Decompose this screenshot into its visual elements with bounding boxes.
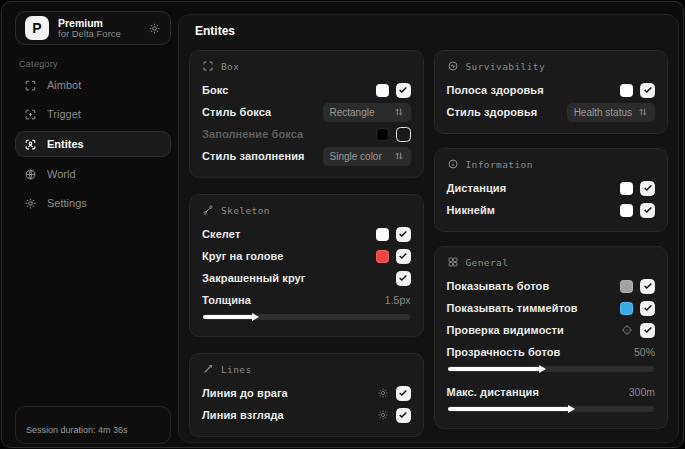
color-swatch[interactable]: [620, 182, 633, 195]
box-icon: [202, 60, 214, 72]
slider-thumb[interactable]: [252, 313, 259, 321]
setting-label: Стиль бокса: [202, 106, 271, 118]
setting-row: Показывать ботов: [447, 275, 656, 297]
checkbox[interactable]: [396, 408, 411, 423]
max-distance-slider[interactable]: [448, 406, 655, 412]
color-swatch[interactable]: [620, 204, 633, 217]
visibility-scope-icon[interactable]: [621, 324, 633, 336]
sidebar-nav: Aimbot Trigget Entites: [15, 73, 171, 220]
panel-title: Survivability: [466, 61, 546, 72]
setting-label: Показывать тиммейтов: [447, 302, 578, 314]
setting-label: Толщина: [202, 294, 251, 306]
setting-label: Бокс: [202, 84, 229, 96]
line-settings-gear-icon[interactable]: [377, 387, 389, 399]
sidebar-item-label: Settings: [47, 197, 87, 209]
setting-label: Линия до врага: [202, 387, 288, 399]
slider-value: 300m: [629, 386, 655, 398]
setting-row: Бокс: [202, 79, 411, 101]
setting-label: Дистанция: [447, 182, 507, 194]
panel-title: Lines: [221, 364, 252, 375]
panel-general: General Показывать ботов Показывать тимм…: [434, 246, 669, 429]
aimbot-icon: [24, 79, 37, 92]
checkbox[interactable]: [396, 386, 411, 401]
sidebar-item-label: Aimbot: [47, 79, 81, 91]
checkbox[interactable]: [396, 227, 411, 242]
fill-style-dropdown[interactable]: Single color: [323, 147, 411, 166]
setting-row: Линия до врага: [202, 382, 411, 404]
world-icon: [24, 168, 37, 181]
setting-label: Заполнение бокса: [202, 128, 303, 140]
setting-row: Скелет: [202, 223, 411, 245]
panel-title: General: [466, 257, 509, 268]
setting-label: Полоса здоровья: [447, 84, 544, 96]
updown-icon: [638, 107, 648, 117]
checkbox[interactable]: [396, 83, 411, 98]
setting-row: Закрашенный круг: [202, 267, 411, 289]
color-swatch[interactable]: [376, 84, 389, 97]
box-style-dropdown[interactable]: Rectangle: [323, 103, 411, 122]
sidebar-item-settings[interactable]: Settings: [15, 191, 171, 215]
color-swatch[interactable]: [376, 128, 389, 141]
checkbox[interactable]: [640, 181, 655, 196]
app-title: Premium: [58, 17, 121, 29]
setting-row: Никнейм: [447, 199, 656, 221]
lines-icon: [202, 363, 214, 375]
setting-label: Показывать ботов: [447, 280, 550, 292]
sidebar-item-label: Entites: [47, 138, 84, 150]
logo-card: P Premium for Delta Force: [15, 11, 171, 45]
setting-row: Полоса здоровья: [447, 79, 656, 101]
sidebar-item-label: World: [47, 168, 76, 180]
health-style-dropdown[interactable]: Health status: [567, 103, 655, 122]
color-swatch[interactable]: [376, 250, 389, 263]
line-settings-gear-icon[interactable]: [377, 409, 389, 421]
color-swatch[interactable]: [376, 228, 389, 241]
panel-title: Information: [466, 159, 533, 170]
panel-box: Box Бокс Стиль бокса: [189, 50, 424, 178]
checkbox[interactable]: [640, 279, 655, 294]
checkbox[interactable]: [640, 203, 655, 218]
checkbox[interactable]: [640, 83, 655, 98]
checkbox[interactable]: [396, 249, 411, 264]
slider-thumb[interactable]: [539, 365, 546, 373]
checkbox[interactable]: [640, 323, 655, 338]
color-swatch[interactable]: [620, 84, 633, 97]
setting-row: Показывать тиммейтов: [447, 297, 656, 319]
category-label: Category: [19, 59, 58, 69]
setting-row: Дистанция: [447, 177, 656, 199]
setting-label: Прозрачность ботов: [447, 346, 561, 358]
setting-label: Закрашенный круг: [202, 272, 306, 284]
thickness-slider[interactable]: [203, 314, 410, 320]
page-title: Entites: [195, 24, 668, 38]
app-subtitle: for Delta Force: [58, 29, 121, 40]
checkbox[interactable]: [396, 271, 411, 286]
slider-thumb[interactable]: [568, 405, 575, 413]
checkbox[interactable]: [640, 301, 655, 316]
panel-skeleton: Skeleton Скелет Круг на голове: [189, 194, 424, 337]
general-grid-icon: [447, 256, 459, 268]
sidebar-item-entites[interactable]: Entites: [15, 131, 171, 157]
color-swatch[interactable]: [620, 302, 633, 315]
color-swatch[interactable]: [620, 280, 633, 293]
panel-survivability: Survivability Полоса здоровья Стиль здор…: [434, 50, 669, 134]
sidebar-item-world[interactable]: World: [15, 162, 171, 186]
setting-label: Скелет: [202, 228, 240, 240]
setting-label: Никнейм: [447, 204, 496, 216]
session-card: Session duration: 4m 36s: [15, 406, 171, 444]
checkbox[interactable]: [396, 127, 411, 142]
setting-label: Проверка видимости: [447, 324, 564, 336]
updown-icon: [394, 151, 404, 161]
setting-label: Стиль заполнения: [202, 150, 305, 162]
bot-opacity-slider[interactable]: [448, 366, 655, 372]
app-logo: P: [25, 16, 49, 40]
information-icon: [447, 158, 459, 170]
settings-icon: [24, 197, 37, 210]
app-window: P Premium for Delta Force Category Aimbo…: [0, 0, 685, 449]
setting-label: Линия взгляда: [202, 409, 284, 421]
setting-row: Стиль здоровья Health status: [447, 101, 656, 123]
panel-lines: Lines Линия до врага: [189, 353, 424, 437]
main-content: Entites Box Бокс: [178, 14, 679, 443]
sidebar-item-trigget[interactable]: Trigget: [15, 102, 171, 126]
sidebar-item-aimbot[interactable]: Aimbot: [15, 73, 171, 97]
setting-row: Макс. дистанция 300m: [447, 381, 656, 403]
gear-icon[interactable]: [148, 22, 161, 35]
